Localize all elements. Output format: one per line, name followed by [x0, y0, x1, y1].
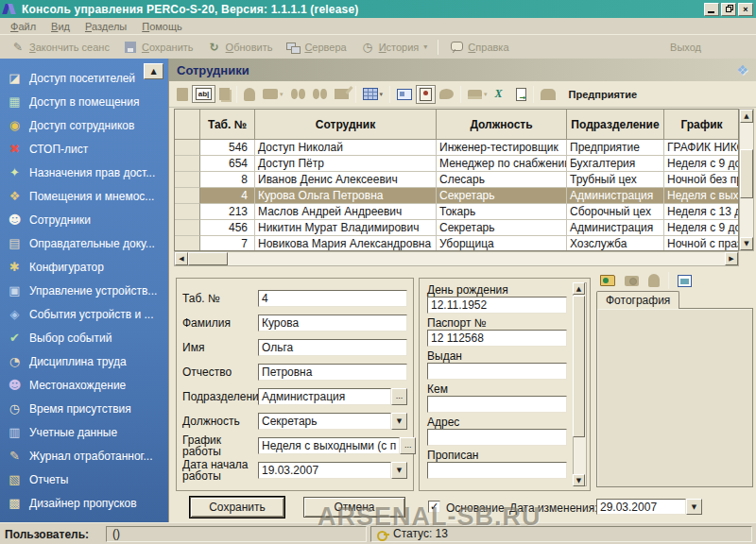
vertical-scroll-thumb[interactable]	[573, 296, 585, 437]
dismiss-employee-button[interactable]	[240, 85, 259, 104]
chevron-down-icon[interactable]: ▼	[391, 413, 407, 430]
restore-button[interactable]	[721, 3, 736, 16]
column-header[interactable]: Подразделение	[567, 110, 664, 140]
table-vertical-scrollbar[interactable]: ▲ ▼	[739, 109, 754, 251]
table-row[interactable]: 456Никитин Мурат ВладимировичСекретарьАд…	[175, 220, 738, 236]
access-card-button[interactable]: ▾	[259, 86, 287, 102]
column-header[interactable]: Таб. №	[200, 110, 255, 140]
save-button[interactable]: Сохранить	[190, 497, 284, 518]
sidebar-item[interactable]: ▩Дизайнер пропусков	[0, 491, 168, 515]
middle-name-field[interactable]: Петровна	[258, 364, 407, 381]
scroll-up-icon[interactable]: ▲	[573, 282, 585, 295]
history-button[interactable]: История▾	[353, 38, 435, 57]
sidebar-item[interactable]: ◈События устройств и ...	[0, 302, 168, 326]
comment-button[interactable]	[436, 86, 457, 102]
sidebar-item[interactable]: ✱Конфигуратор	[0, 255, 168, 279]
exit-button[interactable]: Выход	[670, 42, 701, 53]
export-excel-button[interactable]	[491, 85, 512, 103]
sidebar-item[interactable]: ✖СТОП-лист	[0, 137, 168, 161]
sidebar-item[interactable]: ☻Местонахождение	[0, 373, 168, 397]
issued-field[interactable]	[427, 363, 567, 380]
modified-date-value[interactable]: 29.03.2007	[596, 499, 686, 515]
chevron-down-icon[interactable]: ▼	[686, 499, 702, 515]
scroll-right-icon[interactable]: ▶	[725, 252, 738, 265]
new-employee-button[interactable]	[173, 85, 192, 104]
sidebar-item[interactable]: ▦Доступ в помещения	[0, 90, 168, 113]
minimize-button[interactable]	[704, 3, 719, 16]
edit-employee-button[interactable]	[192, 85, 215, 103]
registered-field[interactable]	[427, 462, 567, 479]
menu-item[interactable]: Помощь	[135, 20, 189, 33]
column-header[interactable]: Сотрудник	[255, 110, 437, 140]
scroll-up-icon[interactable]: ▲	[740, 110, 753, 123]
schedule-browse-button[interactable]: ...	[400, 437, 416, 454]
capture-photo-button[interactable]	[621, 273, 643, 289]
position-field[interactable]: Секретарь	[258, 413, 391, 430]
sidebar-item[interactable]: ◉Доступ сотрудников	[0, 113, 168, 137]
table-row[interactable]: 7Новикова Мария АлександровнаУборщицаХоз…	[175, 236, 738, 251]
end-session-button[interactable]: Закончить сеанс	[4, 38, 116, 57]
address-field[interactable]	[427, 429, 567, 446]
scroll-down-icon[interactable]: ▼	[740, 237, 753, 250]
sidebar-item[interactable]: ❖Помещения и мнемос...	[0, 184, 168, 208]
sidebar-item[interactable]: ✦Назначения прав дост...	[0, 161, 168, 184]
close-button[interactable]: ×	[738, 3, 753, 16]
tab-photo[interactable]: Фотография	[596, 291, 679, 309]
table-row[interactable]: 8Иванов Денис АлексеевичСлесарьТрубный ц…	[175, 172, 738, 188]
search-button[interactable]	[287, 86, 309, 102]
tab-no-field[interactable]: 4	[258, 290, 407, 307]
search-employee-button[interactable]	[309, 86, 331, 102]
help-button[interactable]: Справка	[442, 38, 515, 57]
table-settings-button[interactable]: ▾	[359, 85, 387, 103]
export-file-button[interactable]	[512, 85, 530, 104]
passport-field[interactable]: 12 112568	[427, 330, 567, 347]
chevron-down-icon[interactable]: ▼	[391, 462, 407, 479]
last-name-field[interactable]: Курова	[258, 314, 407, 332]
table-horizontal-scrollbar[interactable]: ◀ ▶	[174, 251, 739, 266]
department-browse-button[interactable]: ...	[391, 388, 407, 405]
modified-date-combo[interactable]: 29.03.2007 ▼	[596, 499, 702, 517]
table-row[interactable]: 654Доступ ПётрМенеджер по снабжениюБухга…	[175, 156, 738, 172]
load-photo-button[interactable]	[596, 272, 619, 289]
sidebar-item[interactable]: ✎Журнал отработанног...	[0, 444, 168, 468]
sidebar-item[interactable]: ▣Управление устройств...	[0, 279, 168, 302]
photo-frame-button[interactable]	[674, 272, 696, 290]
cancel-button[interactable]: Отмена	[303, 497, 405, 518]
enterprise-staff-button[interactable]	[537, 86, 559, 103]
passport-scrollbar[interactable]: ▲ ▼	[573, 282, 587, 486]
sidebar-item[interactable]: ◔Дисциплина труда	[0, 349, 168, 373]
vertical-scroll-thumb[interactable]	[740, 149, 753, 198]
column-header[interactable]: Должность	[437, 110, 567, 140]
table-row[interactable]: 4Курова Ольга ПетровнаСекретарьАдминистр…	[175, 188, 738, 204]
refresh-button[interactable]: Обновить	[200, 38, 280, 57]
enterprise-button[interactable]: Предприятие	[559, 85, 647, 104]
menu-item[interactable]: Разделы	[78, 20, 133, 33]
schedule-field[interactable]: Неделя с выходными (с п	[258, 437, 400, 454]
show-photo-button[interactable]	[416, 85, 436, 104]
scroll-down-icon[interactable]: ▼	[573, 474, 585, 486]
basis-checkbox[interactable]: ✓	[428, 501, 440, 513]
employee-info-button[interactable]	[393, 86, 416, 103]
department-field[interactable]: Администрация	[258, 388, 391, 405]
print-button[interactable]: ▾	[464, 87, 491, 102]
sidebar-item[interactable]: ☻Сотрудники	[0, 208, 168, 231]
menu-item[interactable]: Вид	[44, 20, 77, 33]
birth-date-field[interactable]: 12.11.1952	[427, 297, 567, 314]
sidebar-item[interactable]: ▥Учетные данные	[0, 420, 168, 444]
first-name-field[interactable]: Ольга	[258, 339, 407, 356]
servers-button[interactable]: Сервера	[279, 38, 352, 57]
edit-card-button[interactable]	[331, 86, 352, 102]
table-row[interactable]: 213Маслов Андрей АндреевичТокарьСборочны…	[175, 204, 738, 220]
sidebar-item[interactable]: ✔Выбор событий	[0, 326, 168, 349]
delete-photo-button[interactable]	[644, 271, 663, 290]
start-date-field[interactable]: 19.03.2007	[258, 462, 391, 479]
menu-item[interactable]: Файл	[4, 20, 43, 33]
scroll-left-icon[interactable]: ◀	[175, 252, 188, 265]
copy-employee-button[interactable]	[215, 85, 233, 103]
sidebar-item[interactable]: ▧Отчеты	[0, 468, 168, 491]
horizontal-scroll-thumb[interactable]	[188, 252, 228, 265]
sidebar-scroll-up-button[interactable]: ▲	[144, 63, 163, 79]
issued-by-field[interactable]	[427, 396, 567, 413]
table-row[interactable]: 546Доступ НиколайИнженер-тестировщикПред…	[175, 140, 738, 156]
sidebar-item[interactable]: ▤Оправдательные доку...	[0, 231, 168, 255]
